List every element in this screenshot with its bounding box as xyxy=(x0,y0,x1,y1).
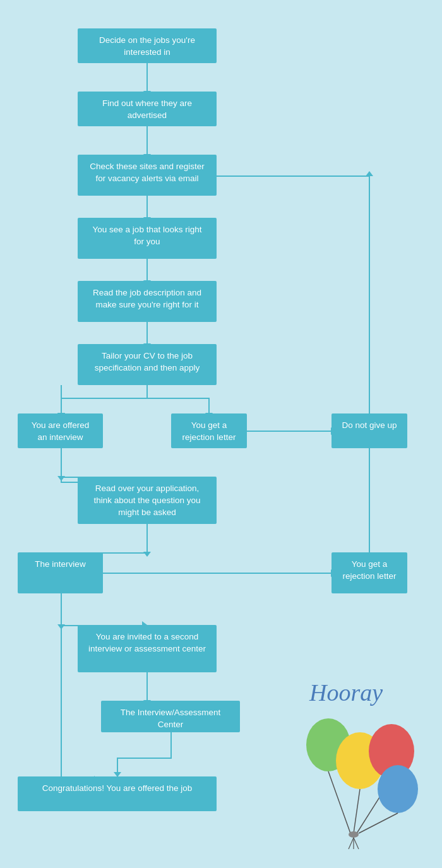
line-box7-to-box10 xyxy=(61,482,147,483)
arrowhead-to-box10 xyxy=(142,478,147,485)
box-find-out: Find out where they are advertised xyxy=(78,92,217,126)
line-to-box11-vert xyxy=(61,552,62,559)
arrow-rejection-to-dontgiveup xyxy=(247,431,332,432)
arrow-2-3 xyxy=(146,126,148,155)
box-rejection-2: You get a rejection letter xyxy=(332,552,407,593)
box-congratulations: Congratulations! You are offered the job xyxy=(18,776,217,811)
box-see-job: You see a job that looks right for you xyxy=(78,218,217,259)
arrow-interview-to-rejection2 xyxy=(103,573,332,574)
box-read-description: Read the job description and make sure y… xyxy=(78,281,217,322)
hooray-text: Hooray xyxy=(309,679,383,706)
line-6-branch-left xyxy=(61,398,147,399)
flowchart: Decide on the jobs you're interested in … xyxy=(0,0,442,868)
arrow-3-4 xyxy=(146,196,148,218)
svg-line-7 xyxy=(359,813,398,833)
box-read-application: Read over your application, think about … xyxy=(78,477,217,524)
arrow-4-5 xyxy=(146,259,148,281)
box-second-interview-invite: You are invited to a second interview or… xyxy=(78,625,217,672)
balloons-decoration xyxy=(290,707,429,852)
svg-line-9 xyxy=(349,838,354,849)
line-to-box3-right xyxy=(217,175,369,177)
arrow-5-6 xyxy=(146,322,148,344)
line-to-box11-horiz xyxy=(61,552,147,554)
arrow-to-interview-offered xyxy=(61,398,62,413)
line-box7-down xyxy=(61,448,62,483)
line-left-to-15 xyxy=(61,593,62,780)
box-rejection-1: You get a rejection letter xyxy=(171,413,247,448)
arrow-up-to-box3 xyxy=(369,175,370,198)
arrow-13-to-14 xyxy=(146,672,148,701)
arrow-1-2 xyxy=(146,63,148,92)
svg-line-3 xyxy=(354,789,360,833)
box-assessment-center: The Interview/Assessment Center xyxy=(101,701,240,732)
box-do-not-give-up: Do not give up xyxy=(332,413,407,448)
svg-point-8 xyxy=(349,831,359,838)
svg-point-6 xyxy=(378,765,418,813)
arrow-10-to-11 xyxy=(146,524,148,552)
line-box12-up xyxy=(369,448,370,552)
arrow-to-rejection1 xyxy=(208,398,210,413)
box-decide-jobs: Decide on the jobs you're interested in xyxy=(78,28,217,63)
box-check-sites: Check these sites and register for vacan… xyxy=(78,155,217,196)
line-6-center-down xyxy=(146,385,148,398)
line-dontgiveup-up xyxy=(369,196,370,413)
line-6-branch-right xyxy=(146,398,209,399)
line-14-down xyxy=(170,732,172,758)
line-14-to-15-horiz xyxy=(117,758,172,759)
box-offered-interview: You are offered an interview xyxy=(18,413,103,448)
svg-line-11 xyxy=(354,838,359,849)
box-tailor-cv: Tailor your CV to the job specification … xyxy=(78,344,217,385)
